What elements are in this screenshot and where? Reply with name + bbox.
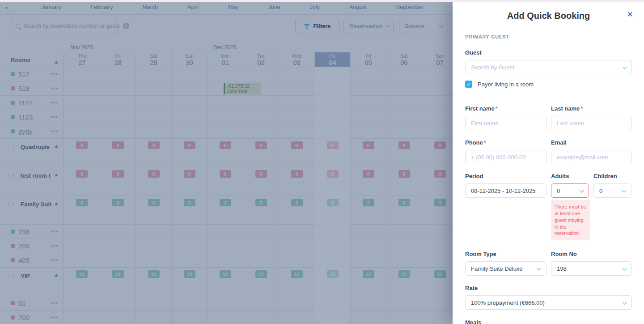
room-type-label: Room Type <box>465 251 547 257</box>
adults-label: Adults <box>551 173 589 179</box>
guest-label: Guest <box>465 49 632 56</box>
chevron-down-icon <box>623 266 627 270</box>
booking-calendar: ‹ JanuaryFebruaryMarchAprilMayJuneJulyAu… <box>0 0 453 324</box>
room-no-value: 198 <box>557 265 567 272</box>
adults-error-message: There must be at least one guest staying… <box>551 200 590 240</box>
room-type-value: Family Suite Deluxe <box>471 265 523 272</box>
room-type-select[interactable]: Family Suite Deluxe <box>465 261 547 276</box>
adults-select[interactable]: 0 <box>551 183 589 198</box>
phone-field[interactable] <box>465 150 547 164</box>
first-name-field[interactable] <box>465 116 547 130</box>
room-no-label: Room No <box>551 251 632 257</box>
payer-living-label: Payer living in a room <box>478 81 534 88</box>
chevron-down-icon <box>580 188 584 192</box>
phone-label: Phone* <box>465 139 547 146</box>
rate-value: 100% prepayment (€666.00) <box>471 299 545 306</box>
chevron-down-icon <box>623 300 627 304</box>
email-field[interactable] <box>551 150 632 164</box>
rate-label: Rate <box>465 285 632 291</box>
guest-select[interactable]: Search by Guest <box>465 60 632 74</box>
payer-living-checkbox[interactable]: ✓ <box>465 81 472 88</box>
first-name-label: First name* <box>465 105 547 112</box>
children-label: Children <box>593 173 631 179</box>
guest-placeholder: Search by Guest <box>471 64 514 71</box>
last-name-field[interactable] <box>551 116 632 130</box>
rate-select[interactable]: 100% prepayment (€666.00) <box>465 295 632 310</box>
primary-guest-section-label: PRIMARY GUEST <box>465 34 632 39</box>
children-value: 0 <box>599 188 602 194</box>
period-field[interactable] <box>465 183 547 198</box>
room-no-select[interactable]: 198 <box>551 261 632 276</box>
add-quick-booking-drawer: Add Quick Booking ✕ PRIMARY GUEST Guest … <box>453 0 644 324</box>
email-label: Email <box>551 139 632 146</box>
window-top-strip <box>0 0 644 2</box>
last-name-label: Last name* <box>551 105 632 112</box>
chevron-down-icon <box>537 266 542 270</box>
modal-backdrop[interactable] <box>0 0 453 324</box>
drawer-title: Add Quick Booking <box>465 11 632 21</box>
selected-day-column-highlight <box>314 67 350 324</box>
close-icon[interactable]: ✕ <box>627 11 633 18</box>
children-select[interactable]: 0 <box>593 183 631 198</box>
adults-value: 0 <box>557 188 560 194</box>
chevron-down-icon <box>623 64 627 69</box>
meals-label: Meals <box>465 319 632 324</box>
chevron-down-icon <box>622 188 627 192</box>
period-label: Period <box>465 173 547 179</box>
